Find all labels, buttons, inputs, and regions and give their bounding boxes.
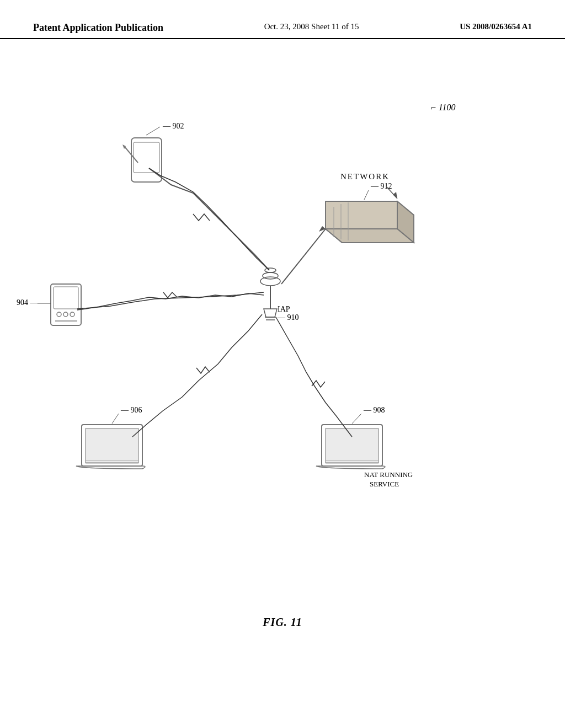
svg-line-28 [352,414,361,424]
patent-diagram-svg: ⌐ 1100 IAP — 910 — 902 904 — [0,66,565,673]
svg-point-1 [263,272,278,279]
svg-point-16 [70,312,74,317]
ref-908: — 908 [363,406,385,414]
svg-line-11 [146,127,160,135]
svg-line-23 [112,414,119,424]
ref-1100: ⌐ 1100 [430,103,456,112]
iap-label: IAP [278,305,290,313]
figure-caption: FIG. 11 [0,616,565,629]
svg-line-35 [281,229,326,284]
svg-rect-20 [86,429,138,463]
publication-date-sheet: Oct. 23, 2008 Sheet 11 of 15 [264,22,359,31]
svg-point-0 [260,277,280,286]
svg-line-32 [364,190,369,200]
svg-rect-12 [51,284,81,325]
ref-906: — 906 [120,406,142,414]
ref-910: — 910 [277,313,299,322]
svg-marker-4 [264,309,277,317]
svg-rect-25 [326,429,379,463]
svg-point-15 [63,312,68,317]
page-header: Patent Application Publication Oct. 23, … [0,0,565,39]
svg-marker-34 [393,192,397,199]
ref-902: — 902 [162,122,184,130]
svg-rect-13 [54,287,78,309]
svg-point-14 [57,312,61,317]
ref-904: 904 — [17,298,39,307]
diagram-area: ⌐ 1100 IAP — 910 — 902 904 — [0,66,565,673]
nat-label: NAT RUNNING [364,470,413,479]
publication-number: US 2008/0263654 A1 [460,22,532,31]
publication-title: Patent Application Publication [33,22,163,34]
svg-rect-8 [134,142,159,173]
network-label: NETWORK [340,172,390,181]
svg-point-2 [265,268,276,272]
nat-label-2: SERVICE [370,480,399,488]
